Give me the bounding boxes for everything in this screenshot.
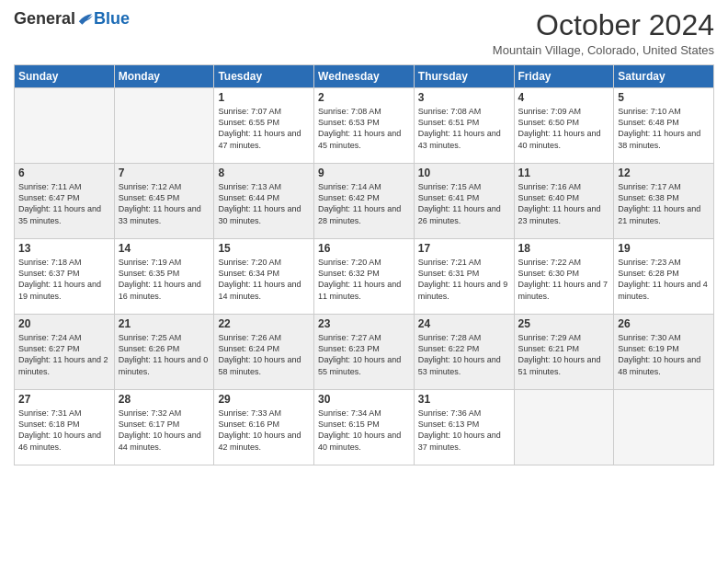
table-row: 26Sunrise: 7:30 AM Sunset: 6:19 PM Dayli…: [614, 315, 714, 390]
header-saturday: Saturday: [614, 65, 714, 88]
table-row: 5Sunrise: 7:10 AM Sunset: 6:48 PM Daylig…: [614, 88, 714, 164]
day-number: 4: [518, 91, 610, 104]
calendar-week-row: 20Sunrise: 7:24 AM Sunset: 6:27 PM Dayli…: [15, 315, 714, 390]
day-number: 19: [618, 242, 710, 255]
table-row: 17Sunrise: 7:21 AM Sunset: 6:31 PM Dayli…: [414, 239, 514, 315]
day-number: 3: [418, 91, 510, 104]
table-row: 1Sunrise: 7:07 AM Sunset: 6:55 PM Daylig…: [214, 88, 314, 164]
day-number: 27: [18, 393, 110, 406]
header-wednesday: Wednesday: [314, 65, 415, 88]
table-row: 20Sunrise: 7:24 AM Sunset: 6:27 PM Dayli…: [15, 315, 115, 390]
header-friday: Friday: [514, 65, 614, 88]
calendar-table: Sunday Monday Tuesday Wednesday Thursday…: [14, 64, 714, 465]
table-row: 12Sunrise: 7:17 AM Sunset: 6:38 PM Dayli…: [614, 164, 714, 239]
day-info: Sunrise: 7:19 AM Sunset: 6:35 PM Dayligh…: [119, 257, 210, 302]
table-row: 16Sunrise: 7:20 AM Sunset: 6:32 PM Dayli…: [314, 239, 415, 315]
table-row: 2Sunrise: 7:08 AM Sunset: 6:53 PM Daylig…: [314, 88, 415, 164]
day-number: 13: [18, 242, 110, 255]
day-info: Sunrise: 7:09 AM Sunset: 6:50 PM Dayligh…: [518, 106, 610, 151]
day-info: Sunrise: 7:24 AM Sunset: 6:27 PM Dayligh…: [18, 332, 110, 377]
calendar-week-row: 1Sunrise: 7:07 AM Sunset: 6:55 PM Daylig…: [15, 88, 714, 164]
day-number: 10: [418, 167, 510, 179]
table-row: 13Sunrise: 7:18 AM Sunset: 6:37 PM Dayli…: [15, 239, 115, 315]
logo-bird-icon: [77, 13, 94, 26]
day-number: 28: [119, 393, 210, 406]
day-number: 12: [618, 167, 710, 179]
table-row: 10Sunrise: 7:15 AM Sunset: 6:41 PM Dayli…: [414, 164, 514, 239]
day-number: 11: [518, 167, 610, 179]
table-row: 8Sunrise: 7:13 AM Sunset: 6:44 PM Daylig…: [214, 164, 314, 239]
table-row: 14Sunrise: 7:19 AM Sunset: 6:35 PM Dayli…: [114, 239, 214, 315]
day-info: Sunrise: 7:14 AM Sunset: 6:42 PM Dayligh…: [318, 181, 410, 226]
day-info: Sunrise: 7:07 AM Sunset: 6:55 PM Dayligh…: [218, 106, 310, 151]
day-info: Sunrise: 7:20 AM Sunset: 6:34 PM Dayligh…: [218, 257, 310, 302]
table-row: [514, 390, 614, 465]
day-number: 2: [318, 91, 410, 104]
day-info: Sunrise: 7:26 AM Sunset: 6:24 PM Dayligh…: [218, 332, 310, 377]
day-number: 15: [218, 242, 310, 255]
day-number: 18: [518, 242, 610, 255]
table-row: 27Sunrise: 7:31 AM Sunset: 6:18 PM Dayli…: [15, 390, 115, 465]
day-number: 24: [418, 317, 510, 330]
day-number: 8: [218, 167, 310, 179]
header-monday: Monday: [114, 65, 214, 88]
table-row: 23Sunrise: 7:27 AM Sunset: 6:23 PM Dayli…: [314, 315, 415, 390]
day-number: 14: [119, 242, 210, 255]
table-row: 29Sunrise: 7:33 AM Sunset: 6:16 PM Dayli…: [214, 390, 314, 465]
calendar-week-row: 6Sunrise: 7:11 AM Sunset: 6:47 PM Daylig…: [15, 164, 714, 239]
day-number: 5: [618, 91, 710, 104]
header-tuesday: Tuesday: [214, 65, 314, 88]
logo-general: General: [14, 9, 75, 29]
table-row: [114, 88, 214, 164]
day-number: 16: [318, 242, 410, 255]
calendar-header-row: Sunday Monday Tuesday Wednesday Thursday…: [15, 65, 714, 88]
day-info: Sunrise: 7:23 AM Sunset: 6:28 PM Dayligh…: [618, 257, 710, 302]
day-info: Sunrise: 7:08 AM Sunset: 6:53 PM Dayligh…: [318, 106, 410, 151]
table-row: 21Sunrise: 7:25 AM Sunset: 6:26 PM Dayli…: [114, 315, 214, 390]
day-number: 6: [18, 167, 110, 179]
day-number: 31: [418, 393, 510, 406]
day-info: Sunrise: 7:33 AM Sunset: 6:16 PM Dayligh…: [218, 408, 310, 453]
day-info: Sunrise: 7:22 AM Sunset: 6:30 PM Dayligh…: [518, 257, 610, 302]
table-row: 3Sunrise: 7:08 AM Sunset: 6:51 PM Daylig…: [414, 88, 514, 164]
table-row: 25Sunrise: 7:29 AM Sunset: 6:21 PM Dayli…: [514, 315, 614, 390]
day-info: Sunrise: 7:31 AM Sunset: 6:18 PM Dayligh…: [18, 408, 110, 453]
day-number: 23: [318, 317, 410, 330]
page: General Blue October 2024 Mountain Villa…: [0, 0, 728, 563]
title-block: October 2024 Mountain Village, Colorado,…: [493, 9, 714, 57]
logo: General Blue: [14, 9, 130, 29]
day-info: Sunrise: 7:30 AM Sunset: 6:19 PM Dayligh…: [618, 332, 710, 377]
day-info: Sunrise: 7:15 AM Sunset: 6:41 PM Dayligh…: [418, 181, 510, 226]
table-row: 24Sunrise: 7:28 AM Sunset: 6:22 PM Dayli…: [414, 315, 514, 390]
table-row: 6Sunrise: 7:11 AM Sunset: 6:47 PM Daylig…: [15, 164, 115, 239]
header: General Blue October 2024 Mountain Villa…: [14, 9, 714, 57]
day-info: Sunrise: 7:18 AM Sunset: 6:37 PM Dayligh…: [18, 257, 110, 302]
day-info: Sunrise: 7:29 AM Sunset: 6:21 PM Dayligh…: [518, 332, 610, 377]
month-title: October 2024: [493, 9, 714, 41]
day-info: Sunrise: 7:27 AM Sunset: 6:23 PM Dayligh…: [318, 332, 410, 377]
table-row: 31Sunrise: 7:36 AM Sunset: 6:13 PM Dayli…: [414, 390, 514, 465]
day-info: Sunrise: 7:10 AM Sunset: 6:48 PM Dayligh…: [618, 106, 710, 151]
day-info: Sunrise: 7:20 AM Sunset: 6:32 PM Dayligh…: [318, 257, 410, 302]
day-number: 30: [318, 393, 410, 406]
table-row: 18Sunrise: 7:22 AM Sunset: 6:30 PM Dayli…: [514, 239, 614, 315]
table-row: 4Sunrise: 7:09 AM Sunset: 6:50 PM Daylig…: [514, 88, 614, 164]
header-sunday: Sunday: [15, 65, 115, 88]
day-number: 17: [418, 242, 510, 255]
day-info: Sunrise: 7:32 AM Sunset: 6:17 PM Dayligh…: [119, 408, 210, 453]
day-number: 1: [218, 91, 310, 104]
day-number: 29: [218, 393, 310, 406]
location: Mountain Village, Colorado, United State…: [493, 43, 714, 57]
calendar-week-row: 27Sunrise: 7:31 AM Sunset: 6:18 PM Dayli…: [15, 390, 714, 465]
table-row: 9Sunrise: 7:14 AM Sunset: 6:42 PM Daylig…: [314, 164, 415, 239]
day-number: 20: [18, 317, 110, 330]
day-info: Sunrise: 7:13 AM Sunset: 6:44 PM Dayligh…: [218, 181, 310, 226]
day-info: Sunrise: 7:12 AM Sunset: 6:45 PM Dayligh…: [119, 181, 210, 226]
table-row: 30Sunrise: 7:34 AM Sunset: 6:15 PM Dayli…: [314, 390, 415, 465]
day-info: Sunrise: 7:16 AM Sunset: 6:40 PM Dayligh…: [518, 181, 610, 226]
table-row: 28Sunrise: 7:32 AM Sunset: 6:17 PM Dayli…: [114, 390, 214, 465]
day-number: 21: [119, 317, 210, 330]
day-info: Sunrise: 7:36 AM Sunset: 6:13 PM Dayligh…: [418, 408, 510, 453]
logo-blue: Blue: [94, 9, 130, 29]
table-row: 11Sunrise: 7:16 AM Sunset: 6:40 PM Dayli…: [514, 164, 614, 239]
